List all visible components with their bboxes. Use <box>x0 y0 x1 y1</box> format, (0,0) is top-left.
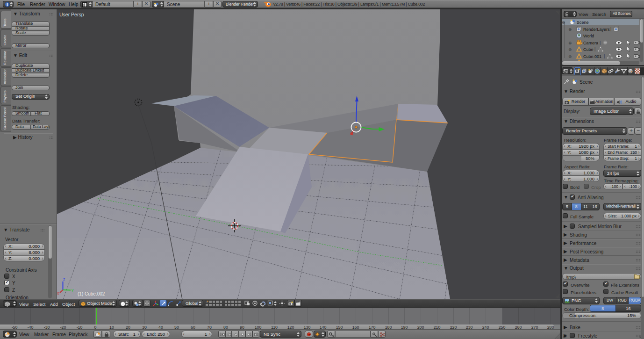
svg-text:z: z <box>63 277 65 281</box>
svg-text:y: y <box>72 288 74 292</box>
svg-text:(1) Cube.002: (1) Cube.002 <box>78 291 105 296</box>
svg-text:User Persp: User Persp <box>59 12 84 17</box>
svg-text:x: x <box>57 291 59 296</box>
